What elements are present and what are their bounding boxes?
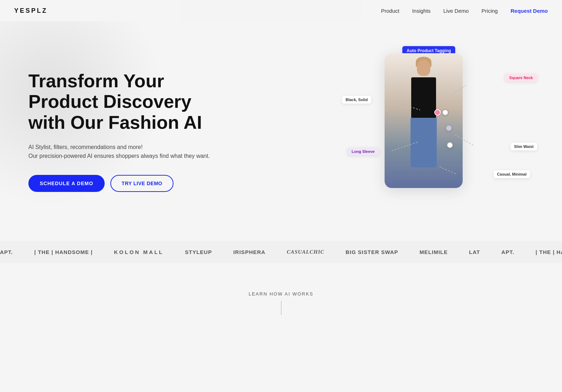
logo-apt: APT. xyxy=(0,249,13,255)
swatch-white xyxy=(442,109,448,116)
nav-insights[interactable]: Insights xyxy=(412,8,431,14)
try-live-demo-button[interactable]: TRY LIVE DEMO xyxy=(110,175,174,192)
schedule-demo-button[interactable]: SCHEDULE A DEMO xyxy=(28,175,105,192)
hero-buttons: SCHEDULE A DEMO TRY LIVE DEMO xyxy=(28,175,227,192)
logo-lat: LAT xyxy=(469,249,480,255)
logo-irisphera: IRISPHERA xyxy=(233,249,265,255)
logo-bigsisterswap: BIG SISTER SWAP xyxy=(346,249,398,255)
tag-slim-waist: Slim Waist xyxy=(511,143,537,150)
model-figure xyxy=(385,53,463,188)
bottom-section: LEARN HOW AI WORKS xyxy=(0,263,562,329)
navbar: YESPLZ Product Insights Live Demo Pricin… xyxy=(0,0,562,21)
logo-strip: APT. | THE | HANDSOME | KOLON MALL STYLE… xyxy=(0,241,562,263)
logo-handsome-2: | THE | HANDSOME | xyxy=(536,249,562,255)
logo-strip-inner: APT. | THE | HANDSOME | KOLON MALL STYLE… xyxy=(0,249,562,255)
model-head xyxy=(417,60,430,76)
nav-pricing[interactable]: Pricing xyxy=(481,8,498,14)
logo-melimile: Melimile xyxy=(419,249,448,255)
nav-product[interactable]: Product xyxy=(381,8,400,14)
model-body xyxy=(411,77,436,120)
hero-subtitle: AI Stylist, filters, recommendations and… xyxy=(28,143,227,161)
swatch-white-2 xyxy=(447,142,453,148)
nav-request-demo[interactable]: Request Demo xyxy=(511,8,548,14)
tag-square-neck: Square Neck xyxy=(505,74,537,82)
swatch-pink xyxy=(434,109,441,116)
logo[interactable]: YESPLZ xyxy=(14,7,48,15)
swatch-lavender xyxy=(446,125,452,131)
logo-apt-2: APT. xyxy=(501,249,514,255)
hero-left: Transform Your Product Discovery with Ou… xyxy=(28,71,227,192)
hero-section: Transform Your Product Discovery with Ou… xyxy=(0,0,562,241)
model-jeans xyxy=(411,118,437,167)
logo-styleup: STYLEUP xyxy=(185,249,212,255)
nav-links: Product Insights Live Demo Pricing Reque… xyxy=(381,8,548,14)
nav-live-demo[interactable]: Live Demo xyxy=(443,8,469,14)
learn-divider xyxy=(281,301,281,315)
learn-ai-label[interactable]: LEARN HOW AI WORKS xyxy=(0,291,562,297)
hero-visual: Auto Product Tagging Black, Solid xyxy=(363,43,541,220)
logo-kolon: KOLON MALL xyxy=(114,249,164,255)
tag-black-solid: Black, Solid xyxy=(342,96,371,104)
logo-handsome: | THE | HANDSOME | xyxy=(34,249,93,255)
tag-long-sleeve: Long Sleeve xyxy=(347,148,379,155)
product-card xyxy=(385,53,463,188)
logo-casualchic: casualchic xyxy=(287,249,324,255)
hero-title: Transform Your Product Discovery with Ou… xyxy=(28,71,227,133)
tag-casual-minimal: Casual, Minimal xyxy=(494,170,530,178)
